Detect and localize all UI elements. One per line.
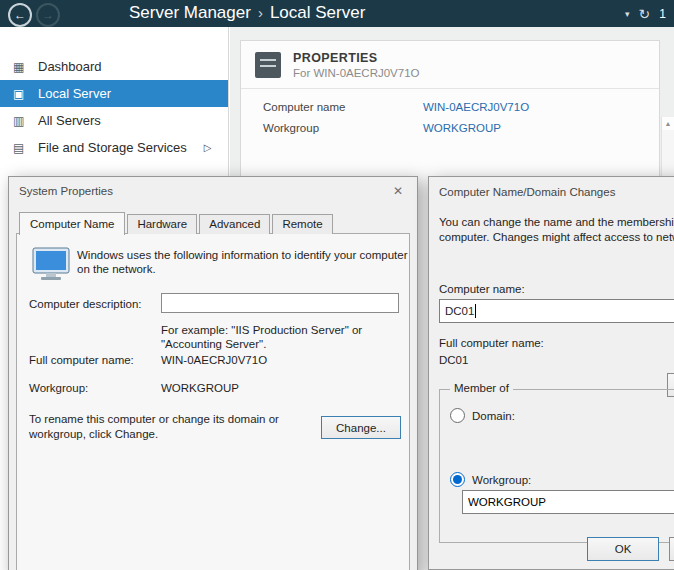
property-label: Computer name: [263, 101, 423, 113]
server-icon: ▣: [13, 87, 28, 101]
full-computer-name-label: Full computer name:: [439, 337, 544, 349]
server-manager-window: ← → Server Manager›Local Server ▾ ↻ 1 ▦ …: [0, 0, 674, 570]
computer-name-input[interactable]: DC01: [439, 299, 674, 323]
workgroup-radio-label: Workgroup:: [472, 474, 531, 486]
workgroup-input[interactable]: [462, 490, 674, 514]
computer-name-tab-page: Windows uses the following information t…: [16, 233, 410, 570]
topbar-actions: ▾ ↻ 1: [625, 0, 666, 27]
full-computer-name-label: Full computer name:: [29, 354, 161, 366]
intro-text: Windows uses the following information t…: [77, 248, 409, 276]
computer-name-domain-changes-dialog: Computer Name/Domain Changes You can cha…: [428, 176, 674, 570]
back-button[interactable]: ←: [8, 3, 32, 27]
notification-count[interactable]: 1: [659, 7, 666, 21]
system-properties-dialog: System Properties ✕ Computer Name Hardwa…: [8, 176, 418, 570]
tab-advanced[interactable]: Advanced: [199, 214, 270, 234]
scroll-up-button[interactable]: ▲: [662, 117, 674, 130]
properties-header: PROPERTIES For WIN-0AECRJ0V71O: [241, 41, 659, 89]
scroll-up-icon: ▲: [665, 120, 672, 127]
change-button[interactable]: Change...: [321, 416, 401, 439]
workgroup-link[interactable]: WORKGROUP: [423, 122, 501, 134]
member-of-group: Member of Domain: Workgroup:: [439, 389, 674, 543]
description-example-text: For example: "IIS Production Server" or …: [161, 323, 383, 351]
forward-button[interactable]: →: [36, 3, 60, 27]
full-computer-name-row: Full computer name: WIN-0AECRJ0V71O: [29, 354, 267, 366]
expand-chevron-icon[interactable]: ▷: [204, 142, 212, 153]
property-row-workgroup: Workgroup WORKGROUP: [263, 117, 659, 138]
sidebar-item-label: Dashboard: [38, 59, 102, 74]
forward-arrow-icon: →: [42, 8, 54, 22]
computer-name-link[interactable]: WIN-0AECRJ0V71O: [423, 101, 529, 113]
sidebar-item-dashboard[interactable]: ▦ Dashboard: [0, 53, 228, 80]
workgroup-label: Workgroup:: [29, 382, 161, 394]
property-label: Workgroup: [263, 122, 423, 134]
sidebar-item-all-servers[interactable]: ▥ All Servers: [0, 107, 228, 134]
dialog-title: System Properties: [9, 177, 417, 205]
servers-icon: ▥: [13, 114, 28, 128]
intro-line-2: computer. Changes might affect access to…: [439, 230, 674, 245]
tab-hardware[interactable]: Hardware: [127, 214, 197, 234]
properties-title: PROPERTIES: [293, 51, 420, 65]
sidebar-item-label: File and Storage Services: [38, 140, 187, 155]
sidebar-item-file-storage-services[interactable]: ▤ File and Storage Services ▷: [0, 134, 228, 161]
dialog-title: Computer Name/Domain Changes: [439, 186, 615, 198]
topbar: ← → Server Manager›Local Server ▾ ↻ 1: [0, 0, 674, 27]
close-icon: ✕: [393, 184, 403, 198]
app-title: Server Manager: [129, 3, 251, 22]
full-computer-name-value: WIN-0AECRJ0V71O: [161, 354, 267, 366]
computer-name-label: Computer name:: [439, 283, 525, 295]
member-of-label: Member of: [450, 382, 513, 394]
rename-hint-text: To rename this computer or change its do…: [29, 412, 297, 442]
sidebar-item-label: All Servers: [38, 113, 101, 128]
radio-checked-icon: [450, 472, 465, 487]
properties-subtitle: For WIN-0AECRJ0V71O: [293, 67, 420, 79]
domain-radio[interactable]: Domain:: [450, 408, 515, 423]
intro-text: You can change the name and the membersh…: [439, 215, 674, 245]
sidebar-item-label: Local Server: [38, 86, 111, 101]
tab-strip: Computer Name Hardware Advanced Remote: [19, 209, 335, 234]
ok-button[interactable]: OK: [587, 537, 659, 561]
full-computer-name-value: DC01: [439, 354, 468, 366]
server-icon: [255, 52, 281, 78]
close-button[interactable]: ✕: [383, 177, 413, 205]
back-arrow-icon: ←: [14, 8, 26, 22]
workgroup-value: WORKGROUP: [161, 382, 239, 394]
property-row-computer-name: Computer name WIN-0AECRJ0V71O: [263, 96, 659, 117]
storage-icon: ▤: [13, 141, 28, 155]
dashboard-icon: ▦: [13, 60, 28, 74]
sidebar-item-local-server[interactable]: ▣ Local Server: [0, 80, 228, 107]
breadcrumb: Server Manager›Local Server: [129, 0, 365, 27]
dropdown-caret-icon[interactable]: ▾: [625, 9, 630, 19]
radio-unchecked-icon: [450, 408, 465, 423]
computer-description-label: Computer description:: [29, 298, 142, 310]
tab-remote[interactable]: Remote: [272, 214, 332, 234]
refresh-icon[interactable]: ↻: [639, 6, 651, 22]
cancel-button[interactable]: [669, 537, 674, 561]
breadcrumb-current: Local Server: [270, 3, 365, 22]
domain-radio-label: Domain:: [472, 410, 515, 422]
workgroup-radio[interactable]: Workgroup:: [450, 472, 531, 487]
computer-description-input[interactable]: [161, 293, 399, 313]
monitor-icon: [31, 247, 71, 283]
workgroup-row: Workgroup: WORKGROUP: [29, 382, 239, 394]
breadcrumb-separator-icon: ›: [251, 4, 270, 21]
tab-computer-name[interactable]: Computer Name: [19, 212, 125, 235]
properties-list: Computer name WIN-0AECRJ0V71O Workgroup …: [241, 89, 659, 138]
computer-name-value: DC01: [445, 305, 474, 317]
intro-line-1: You can change the name and the membersh…: [439, 215, 674, 230]
text-cursor: [475, 304, 476, 318]
